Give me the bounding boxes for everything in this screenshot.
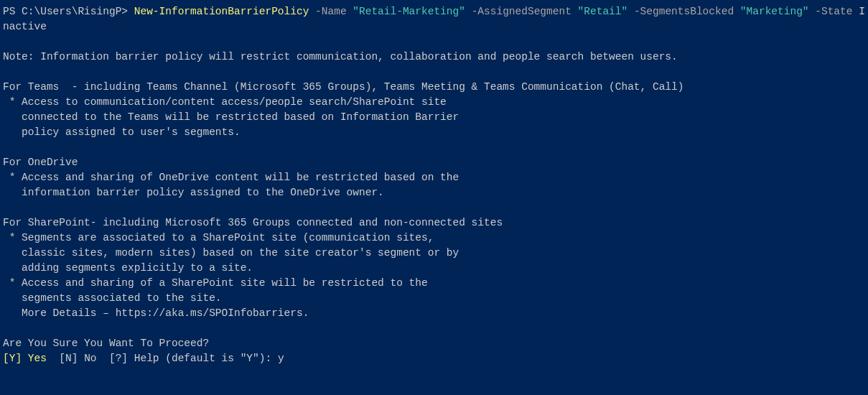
- teams-line3: policy assigned to user's segments.: [3, 126, 241, 138]
- param-blocked-flag: -SegmentsBlocked: [634, 6, 734, 17]
- param-name-flag: -Name: [315, 6, 347, 17]
- onedrive-heading: For OneDrive: [3, 157, 78, 168]
- cmdlet-name: New-InformationBarrierPolicy: [134, 6, 309, 17]
- param-state-flag: -State: [815, 6, 852, 17]
- confirm-rest: [N] No [?] Help (default is "Y"):: [47, 353, 278, 364]
- teams-line2: connected to the Teams will be restricte…: [3, 111, 459, 123]
- confirm-yes-option[interactable]: [Y] Yes: [3, 353, 47, 364]
- sharepoint-line5: segments associated to the site.: [3, 292, 222, 304]
- param-blocked-value: "Marketing": [740, 6, 809, 17]
- note-line: Note: Information barrier policy will re…: [3, 51, 678, 62]
- param-name-value: "Retail-Marketing": [353, 6, 465, 17]
- sharepoint-line3: adding segments explicitly to a site.: [3, 262, 253, 274]
- confirm-answer[interactable]: y: [278, 353, 284, 364]
- sharepoint-bullet2: * Access and sharing of a SharePoint sit…: [3, 277, 428, 289]
- param-segment-value: "Retail": [578, 6, 628, 17]
- confirm-question: Are You Sure You Want To Proceed?: [3, 338, 209, 349]
- param-segment-flag: -AssignedSegment: [472, 6, 571, 17]
- sharepoint-heading: For SharePoint- including Microsoft 365 …: [3, 217, 503, 228]
- prompt-path: PS C:\Users\RisingP>: [3, 6, 128, 17]
- sharepoint-line6: More Details – https://aka.ms/SPOInfobar…: [3, 307, 309, 319]
- onedrive-bullet: * Access and sharing of OneDrive content…: [3, 172, 459, 183]
- teams-bullet: * Access to communication/content access…: [3, 96, 447, 108]
- sharepoint-bullet1: * Segments are associated to a SharePoin…: [3, 232, 434, 243]
- teams-heading: For Teams - including Teams Channel (Mic…: [3, 81, 683, 93]
- onedrive-line2: information barrier policy assigned to t…: [3, 187, 384, 198]
- sharepoint-line2: classic sites, modern sites) based on th…: [3, 247, 459, 259]
